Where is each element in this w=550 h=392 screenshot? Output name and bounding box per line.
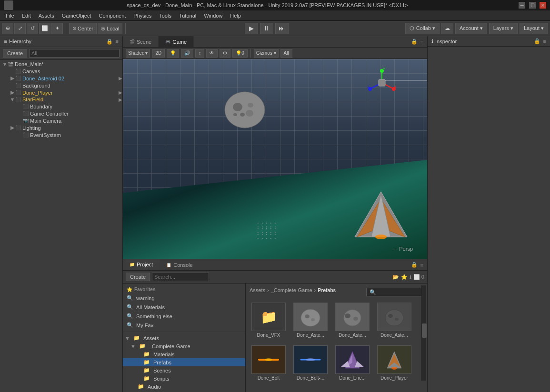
folder-icon[interactable]: 📂: [392, 274, 399, 280]
shading-mode-dropdown[interactable]: Shaded ▾: [126, 49, 150, 58]
file-item-done-bolt-blue[interactable]: Done_Bolt-...: [291, 343, 330, 382]
scene-settings-btn[interactable]: ⚙: [220, 49, 230, 58]
all-btn[interactable]: All: [280, 49, 292, 58]
bottom-lock-icon[interactable]: 🔒: [411, 262, 418, 268]
menu-edit[interactable]: Edit: [18, 12, 35, 20]
favorite-item-warning[interactable]: 🔍 warning: [123, 294, 245, 303]
svg-point-24: [305, 314, 310, 318]
view-menu-icon[interactable]: ≡: [420, 39, 423, 45]
menu-tutorial[interactable]: Tutorial: [175, 12, 200, 20]
asset-item-materials[interactable]: ▶ 📁 Materials: [123, 350, 245, 358]
star-icon[interactable]: ⭐: [401, 274, 408, 280]
scene-camera-btn[interactable]: 👁: [206, 49, 218, 58]
tool-scale[interactable]: ⬜: [39, 23, 50, 34]
tree-item-lighting[interactable]: ▶ ⬛ Lighting: [0, 124, 122, 131]
collab-button[interactable]: ⬡ Collab ▾: [405, 23, 440, 34]
tab-game[interactable]: 🎮 Game: [159, 36, 194, 47]
tab-scene[interactable]: 🎬 Scene: [123, 36, 159, 47]
hierarchy-create-button[interactable]: Create: [3, 49, 27, 58]
tab-console[interactable]: 📋 Console: [160, 259, 199, 270]
files-search-input[interactable]: [366, 288, 423, 296]
file-item-done-aste1[interactable]: Done_Aste...: [291, 301, 330, 340]
tool-hand[interactable]: ⊕: [2, 23, 13, 34]
scene-viewport[interactable]: Y X Z ←: [123, 59, 427, 259]
view-lock-icon[interactable]: 🔒: [411, 39, 418, 45]
project-search-input[interactable]: [152, 273, 209, 281]
local-toggle[interactable]: ◎ Local: [98, 23, 122, 34]
lighting-toggle[interactable]: 💡: [167, 49, 179, 58]
tool-rotate[interactable]: ↺: [27, 23, 38, 34]
menu-help[interactable]: Help: [226, 12, 245, 20]
file-item-done-aste3[interactable]: Done_Aste...: [375, 301, 413, 340]
breadcrumb-prefabs[interactable]: Prefabs: [318, 287, 336, 293]
asset-item-prefabs[interactable]: ▶ 📁 Prefabs: [123, 358, 245, 366]
asset-item-scenes[interactable]: ▶ 📁 Scenes: [123, 366, 245, 374]
favorites-title: Favorites: [134, 287, 155, 292]
tree-item-game-controller[interactable]: ▶ ⬛ Game Controller: [0, 110, 122, 117]
menu-gameobject[interactable]: GameObject: [58, 12, 95, 20]
gizmos-dropdown[interactable]: Gizmos ▾: [254, 49, 279, 58]
inspector-menu-icon[interactable]: ≡: [543, 39, 546, 44]
favorite-item-something-else[interactable]: 🔍 Something else: [123, 312, 245, 321]
tree-item-event-system[interactable]: ▶ ⬛ EventSystem: [0, 131, 122, 138]
files-scrollbar-thumb[interactable]: [422, 323, 427, 338]
layout-button[interactable]: Layout ▾: [520, 23, 548, 34]
tool-move[interactable]: ⤢: [14, 23, 26, 34]
pause-button[interactable]: ⏸: [260, 23, 273, 34]
menu-component[interactable]: Component: [95, 12, 130, 20]
tab-project[interactable]: 📁 Project: [123, 259, 160, 270]
tree-item-done-main[interactable]: ▼ 🎬 Done_Main*: [0, 61, 122, 68]
scene-gizmo[interactable]: Y X Z: [365, 66, 399, 100]
project-create-button[interactable]: Create: [126, 273, 150, 281]
favorite-item-my-fav[interactable]: 🔍 My Fav: [123, 321, 245, 330]
file-label: Done_Aste...: [380, 333, 408, 338]
favorite-item-all-materials[interactable]: 🔍 All Materials: [123, 303, 245, 312]
2d-toggle[interactable]: 2D: [152, 49, 165, 58]
step-button[interactable]: ⏭: [275, 23, 289, 34]
tree-item-background[interactable]: ▶ ⬛ Background: [0, 82, 122, 89]
asset-item-complete-game-sub[interactable]: ▼ 📁 _Complete-Game: [123, 342, 245, 350]
asset-item-complete-game[interactable]: ▼ 📁 Assets: [123, 334, 245, 342]
close-button[interactable]: ✕: [540, 2, 546, 9]
info-icon[interactable]: ℹ: [410, 274, 411, 280]
account-button[interactable]: Account ▾: [455, 23, 487, 34]
asset-item-audio[interactable]: ▶ 📁 Audio: [123, 382, 245, 391]
menu-assets[interactable]: Assets: [35, 12, 58, 20]
tree-item-main-camera[interactable]: ▶ 📷 Main Camera: [0, 117, 122, 124]
audio-toggle[interactable]: 🔊: [181, 49, 193, 58]
tree-item-canvas[interactable]: ▶ ⬛ Canvas: [0, 68, 122, 75]
asset-item-scripts[interactable]: ▶ 📁 Scripts: [123, 374, 245, 382]
menu-tools[interactable]: Tools: [155, 12, 175, 20]
fx-toggle[interactable]: ↕: [195, 49, 204, 58]
inspector-lock-icon[interactable]: 🔒: [534, 38, 540, 44]
scene-num1[interactable]: 💡0: [232, 49, 248, 58]
file-item-done-bolt[interactable]: Done_Bolt: [250, 343, 288, 382]
tool-rect[interactable]: ✦: [51, 23, 63, 34]
center-toggle[interactable]: ⊙ Center: [69, 23, 97, 34]
hierarchy-lock-icon[interactable]: 🔒: [106, 39, 113, 45]
breadcrumb-complete-game[interactable]: _Complete-Game: [271, 287, 312, 293]
tree-item-done-player[interactable]: ▶ ⬛ Done_Player ▶: [0, 89, 122, 96]
breadcrumb-assets[interactable]: Assets: [250, 287, 265, 293]
tree-item-boundary[interactable]: ▶ ⬛ Boundary: [0, 103, 122, 110]
inspector-panel: ℹ Inspector 🔒 ≡: [427, 36, 550, 392]
tree-item-done-asteroid-02[interactable]: ▶ ⬛ Done_Asteroid 02 ▶: [0, 75, 122, 82]
files-scrollbar[interactable]: [421, 285, 426, 381]
minimize-button[interactable]: ─: [519, 2, 525, 9]
menu-physics[interactable]: Physics: [130, 12, 155, 20]
cloud-button[interactable]: ☁: [441, 23, 453, 34]
tree-item-starfield[interactable]: ▼ ⬛ StarField ▶: [0, 96, 122, 103]
layers-button[interactable]: Layers ▾: [489, 23, 518, 34]
file-item-done-player[interactable]: Done_Player: [375, 343, 413, 382]
hierarchy-search-input[interactable]: [29, 49, 120, 58]
file-item-done-enemy[interactable]: Done_Ene...: [333, 343, 371, 382]
file-item-done-vfx[interactable]: 📁 Done_VFX: [250, 301, 288, 340]
play-button[interactable]: ▶: [245, 23, 258, 34]
menu-window[interactable]: Window: [200, 12, 226, 20]
hierarchy-menu-icon[interactable]: ≡: [116, 39, 119, 44]
bottom-menu-icon[interactable]: ≡: [420, 262, 423, 268]
file-item-done-aste2[interactable]: Done_Aste...: [333, 301, 371, 340]
maximize-button[interactable]: ☐: [529, 2, 536, 9]
fav-label: All Materials: [136, 304, 165, 310]
menu-file[interactable]: File: [2, 12, 18, 20]
